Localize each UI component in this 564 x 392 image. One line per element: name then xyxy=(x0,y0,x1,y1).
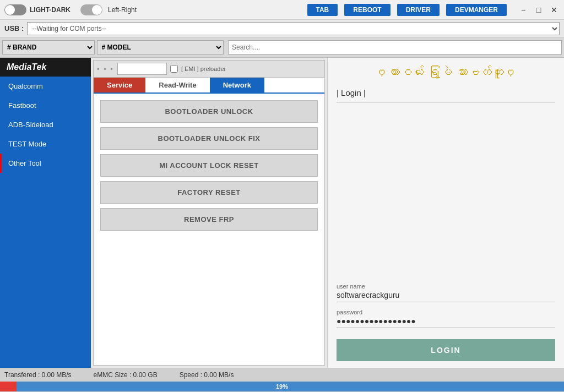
search-area xyxy=(226,37,564,57)
password-value: ●●●●●●●●●●●●●●●●● xyxy=(337,317,555,328)
window-controls: − □ ✕ xyxy=(518,4,560,15)
right-panel: ♡ ထားဝယ် ရွေမြဲ ဆားဗတ်တူး ♡ | Login | us… xyxy=(327,58,564,368)
tab-button[interactable]: TAB xyxy=(307,4,338,16)
bootloader-unlock-btn[interactable]: BOOTLOADER UNLOCK xyxy=(100,100,318,123)
emmc-size-label: eMMC Size : 0.00 GB xyxy=(94,371,158,379)
model-select[interactable]: # MODEL xyxy=(97,40,224,55)
login-button[interactable]: LOGIN xyxy=(337,339,555,361)
emi-label: [ EMI ] preloader xyxy=(181,66,226,72)
brand-select[interactable]: # BRAND xyxy=(2,40,95,55)
light-dark-label: LIGHT-DARK xyxy=(30,6,70,14)
main-window: LIGHT-DARK Left-Right TAB REBOOT DRIVER … xyxy=(0,0,564,392)
sidebar-item-adb-sideload[interactable]: ADB-Sideload xyxy=(0,115,91,134)
devmanger-button[interactable]: DEVMANGER xyxy=(446,4,507,16)
titlebar: LIGHT-DARK Left-Right TAB REBOOT DRIVER … xyxy=(0,0,564,20)
login-link[interactable]: | Login | xyxy=(337,88,555,102)
mi-account-lock-reset-btn[interactable]: MI ACCOUNT LOCK RESET xyxy=(100,154,318,177)
minimize-button[interactable]: − xyxy=(518,4,529,15)
usb-bar: USB : --Waiting for COM ports-- xyxy=(0,20,564,37)
tab-network[interactable]: Network xyxy=(210,78,264,92)
restore-button[interactable]: □ xyxy=(533,4,544,15)
remove-frp-btn[interactable]: REMOVE FRP xyxy=(100,208,318,231)
password-label: password xyxy=(337,309,555,315)
password-group: password ●●●●●●●●●●●●●●●●● xyxy=(337,309,555,328)
main-body: MediaTek Qualcomm Fastboot ADB-Sideload … xyxy=(0,58,564,368)
speed-label: Speed : 0.00 MB/s xyxy=(180,371,234,379)
reboot-button[interactable]: REBOOT xyxy=(344,4,390,16)
light-dark-switch[interactable] xyxy=(4,4,26,15)
action-buttons-area: BOOTLOADER UNLOCK BOOTLOADER UNLOCK FIX … xyxy=(94,94,324,365)
theme-toggle[interactable]: LIGHT-DARK xyxy=(4,4,70,15)
left-right-switch[interactable] xyxy=(80,4,102,15)
status-text-row: Transfered : 0.00 MB/s eMMC Size : 0.00 … xyxy=(0,368,564,382)
tab-service[interactable]: Service xyxy=(94,78,145,92)
sidebar-item-fastboot[interactable]: Fastboot xyxy=(0,96,91,115)
sidebar-item-qualcomm[interactable]: Qualcomm xyxy=(0,77,91,96)
sidebar-item-test-mode[interactable]: TEST Mode xyxy=(0,134,91,154)
transferred-label: Transfered : 0.00 MB/s xyxy=(4,371,72,379)
brand-model-area: # BRAND # MODEL xyxy=(0,37,226,57)
factory-reset-btn[interactable]: FACTORY RESET xyxy=(100,181,318,204)
center-panel: • • • [ EMI ] preloader Service Read-Wri… xyxy=(91,58,327,368)
sidebar-brand: MediaTek xyxy=(0,58,91,77)
tabs-container: • • • [ EMI ] preloader Service Read-Wri… xyxy=(93,60,325,366)
service-tabs: Service Read-Write Network xyxy=(94,78,324,94)
emi-checkbox[interactable] xyxy=(170,65,178,73)
layout-toggle[interactable]: Left-Right xyxy=(77,4,137,15)
emi-input[interactable] xyxy=(117,63,167,75)
tabs-top-bar: • • • [ EMI ] preloader xyxy=(94,61,324,78)
bootloader-unlock-fix-btn[interactable]: BOOTLOADER UNLOCK FIX xyxy=(100,127,318,150)
usb-label: USB : xyxy=(4,24,24,32)
username-group: user name softwarecrackguru xyxy=(337,283,555,302)
search-input[interactable] xyxy=(228,40,562,55)
progress-bar: 19% xyxy=(0,382,564,391)
burmese-text: ♡ ထားဝယ် ရွေမြဲ ဆားဗတ်တူး ♡ xyxy=(337,64,555,81)
close-button[interactable]: ✕ xyxy=(549,4,560,15)
top-section: # BRAND # MODEL xyxy=(0,37,564,58)
sidebar-nav: MediaTek Qualcomm Fastboot ADB-Sideload … xyxy=(0,58,91,368)
username-label: user name xyxy=(337,283,555,290)
username-value: softwarecrackguru xyxy=(337,291,555,302)
dots-label: • • • xyxy=(97,65,114,73)
usb-select[interactable]: --Waiting for COM ports-- xyxy=(27,22,560,35)
progress-label: 19% xyxy=(0,382,564,391)
sidebar-item-other-tool[interactable]: Other Tool xyxy=(0,154,91,173)
tab-read-write[interactable]: Read-Write xyxy=(145,78,209,92)
driver-button[interactable]: DRIVER xyxy=(397,4,440,16)
left-right-label: Left-Right xyxy=(108,6,137,14)
statusbar: Transfered : 0.00 MB/s eMMC Size : 0.00 … xyxy=(0,368,564,392)
